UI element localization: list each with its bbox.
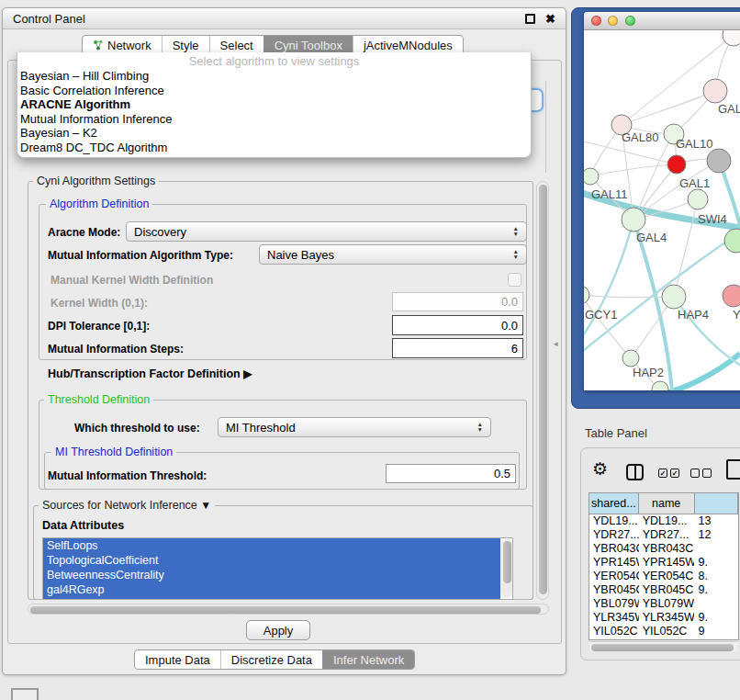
sources-toggle[interactable]: Sources for Network Inference ▼ xyxy=(39,499,215,512)
column-header-col3[interactable] xyxy=(695,493,738,514)
deselect-all-checkboxes-icon[interactable] xyxy=(690,469,712,478)
attributes-scrollbar[interactable] xyxy=(501,539,512,598)
settings-horizontal-scrollbar[interactable] xyxy=(28,604,549,615)
table-row[interactable]: YLR345WYLR345W9. xyxy=(589,611,738,625)
data-attributes-list[interactable]: SelfLoopsTopologicalCoefficientBetweenne… xyxy=(42,537,513,600)
algorithm-option[interactable]: ARACNE Algorithm xyxy=(17,97,531,112)
table-row[interactable]: YBR045CYBR045C9. xyxy=(589,583,738,597)
aracne-mode-combobox[interactable]: Discovery ▲▼ xyxy=(126,221,527,242)
algorithm-option[interactable]: Dream8 DC_TDC Algorithm xyxy=(17,141,531,155)
table-cell xyxy=(694,597,738,611)
algorithm-option[interactable]: Bayesian – K2 xyxy=(17,126,531,141)
table-row[interactable]: YDR27...YDR27...12 xyxy=(589,528,738,542)
table-row[interactable]: YER054CYER054C8. xyxy=(589,570,738,583)
attribute-item[interactable]: gal4RGexp xyxy=(43,582,500,597)
network-node-gal1[interactable] xyxy=(688,189,708,209)
network-node-label: GAL4 xyxy=(636,231,667,244)
attribute-item[interactable]: TopologicalCoefficient xyxy=(43,553,500,568)
hub-definition-toggle[interactable]: Hub/Transcription Factor Definition ▶ xyxy=(48,367,252,380)
panel-divider-handle[interactable]: ◂ xyxy=(554,339,558,348)
dpi-tolerance-label: DPI Tolerance [0,1]: xyxy=(48,320,150,333)
table-row[interactable]: YDL19...YDL19...13 xyxy=(589,514,738,528)
network-node-hap4[interactable] xyxy=(662,285,686,309)
network-node-gal11[interactable] xyxy=(584,168,599,185)
mi-threshold-input[interactable] xyxy=(386,464,516,483)
network-canvas[interactable]: GALGAL80GAL10GAL1GAL11GAL4SWI4GCY1HAP4YH… xyxy=(584,30,740,390)
table-cell: 12 xyxy=(694,528,738,542)
spinner-arrows-icon: ▲▼ xyxy=(513,226,519,236)
which-threshold-combobox[interactable]: MI Threshold ▲▼ xyxy=(218,417,491,437)
node-table[interactable]: shared...name YDL19...YDL19...13YDR27...… xyxy=(589,492,739,640)
algorithm-option[interactable]: Basic Correlation Inference xyxy=(17,84,531,98)
hidden-groupbox-edge xyxy=(545,81,546,173)
table-horizontal-scrollbar[interactable] xyxy=(589,641,738,651)
close-panel-icon[interactable]: ✖ xyxy=(545,14,555,24)
network-node[interactable] xyxy=(707,149,731,173)
apply-button[interactable]: Apply xyxy=(246,620,310,640)
column-header-shared...[interactable]: shared... xyxy=(589,493,639,514)
network-node[interactable] xyxy=(723,30,740,46)
float-panel-icon[interactable] xyxy=(525,14,535,24)
corner-widget xyxy=(11,688,39,700)
close-window-icon[interactable] xyxy=(591,16,601,26)
column-header-name[interactable]: name xyxy=(639,493,695,514)
mi-threshold-label: Mutual Information Threshold: xyxy=(48,469,207,482)
kernel-width-input[interactable] xyxy=(392,292,523,311)
tab-label: Style xyxy=(173,39,199,52)
table-row[interactable]: YPR145WYPR145W9. xyxy=(589,556,738,570)
mi-threshold-group-label: MI Threshold Definition xyxy=(51,446,176,458)
table-cell: YBR043C xyxy=(589,542,639,556)
network-node-label: GAL80 xyxy=(622,130,658,144)
control-panel-title: Control Panel xyxy=(13,12,85,26)
dpi-tolerance-input[interactable] xyxy=(392,315,523,335)
table-row[interactable]: YBL079WYBL079W xyxy=(589,597,738,611)
network-svg: GALGAL80GAL10GAL1GAL11GAL4SWI4GCY1HAP4YH… xyxy=(584,30,740,390)
tab-impute-data[interactable]: Impute Data xyxy=(135,650,220,669)
select-all-checkboxes-icon[interactable]: ✓✓ xyxy=(658,469,679,478)
mi-algorithm-type-label: Mutual Information Algorithm Type: xyxy=(48,249,233,262)
file-icon[interactable] xyxy=(726,459,740,480)
network-node-swi4[interactable] xyxy=(724,229,740,253)
attribute-item[interactable]: SelfLoops xyxy=(43,538,500,553)
tab-jactivemnodules[interactable]: jActiveMNodules xyxy=(353,36,463,54)
sources-label: Sources for Network Inference xyxy=(42,499,197,512)
algorithm-option[interactable]: Bayesian – Hill Climbing xyxy=(17,69,531,84)
settings-vertical-scrollbar[interactable] xyxy=(536,181,549,600)
tab-label: Cyni Toolbox xyxy=(275,39,342,52)
network-node[interactable] xyxy=(667,155,686,174)
table-cell: 9. xyxy=(694,556,738,570)
tab-select[interactable]: Select xyxy=(209,36,263,54)
mi-algorithm-type-combobox[interactable]: Naive Bayes ▲▼ xyxy=(259,244,527,265)
table-header-row: shared...name xyxy=(589,493,738,514)
minimize-window-icon[interactable] xyxy=(608,16,618,26)
network-icon xyxy=(93,40,104,51)
table-row[interactable]: YBR043CYBR043C xyxy=(589,542,738,556)
split-columns-icon[interactable] xyxy=(626,464,644,480)
tab-discretize-data[interactable]: Discretize Data xyxy=(220,650,322,669)
tab-infer-network[interactable]: Infer Network xyxy=(322,650,414,669)
collapse-arrow-icon: ▼ xyxy=(200,499,211,512)
network-node[interactable] xyxy=(652,381,668,390)
manual-kernel-width-checkbox[interactable] xyxy=(508,273,521,287)
gear-icon[interactable]: ⚙ xyxy=(592,460,608,478)
attribute-item[interactable]: BetweennessCentrality xyxy=(43,568,500,582)
network-node-label: GAL10 xyxy=(676,137,712,151)
table-row[interactable]: YIL052CYIL052C9 xyxy=(589,625,738,638)
network-node-label: GAL1 xyxy=(679,176,710,190)
algorithm-option[interactable]: Mutual Information Inference xyxy=(17,112,531,127)
control-panel-titlebar: Control Panel ✖ xyxy=(3,8,566,29)
tab-cyni-toolbox[interactable]: Cyni Toolbox xyxy=(263,36,353,54)
table-panel-title: Table Panel xyxy=(585,426,647,440)
spinner-arrows-icon: ▲▼ xyxy=(477,422,483,432)
network-node-gal[interactable] xyxy=(703,79,727,103)
network-node-gal4[interactable] xyxy=(622,208,645,231)
zoom-window-icon[interactable] xyxy=(625,16,635,26)
tab-network[interactable]: Network xyxy=(83,36,162,54)
kernel-width-label: Kernel Width (0,1): xyxy=(50,297,148,310)
network-node-y[interactable] xyxy=(723,285,740,307)
network-node-gcy1[interactable] xyxy=(584,286,589,304)
tab-label: Network xyxy=(107,39,151,52)
tab-style[interactable]: Style xyxy=(162,36,209,54)
network-node-hap2[interactable] xyxy=(622,350,639,367)
mi-steps-input[interactable] xyxy=(392,338,523,358)
